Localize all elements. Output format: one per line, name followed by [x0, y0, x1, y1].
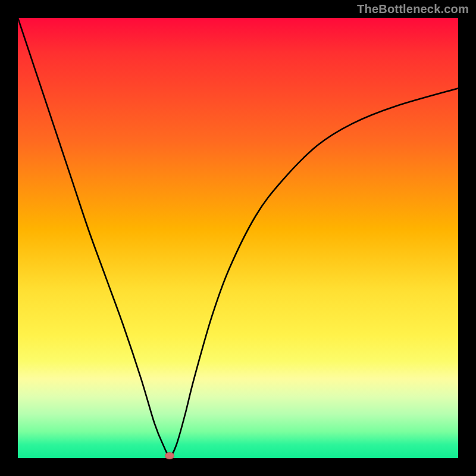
plot-area [18, 18, 458, 458]
chart-container: TheBottleneck.com [0, 0, 476, 476]
bottleneck-curve [18, 18, 458, 458]
watermark-text: TheBottleneck.com [357, 2, 469, 16]
minimum-marker [165, 452, 174, 459]
